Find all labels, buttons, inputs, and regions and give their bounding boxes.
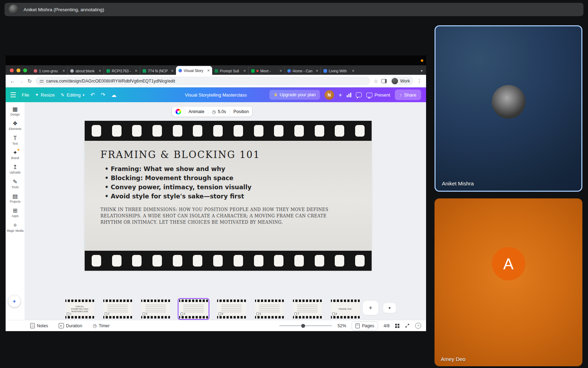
cloud-saved-icon[interactable] [111,92,117,98]
help-icon[interactable] [415,323,421,329]
browser-toolbar: canva.com/design/DAGrcOE008I/iRYWRdbfVg6… [6,75,426,87]
position-button[interactable]: Position [233,109,249,114]
upgrade-plan-button[interactable]: Upgrade your plan [269,90,320,100]
chrome-window: 1 core-grou×about:blank×RCPI1763 -×774 N… [6,65,426,331]
page-thumbnail-8[interactable]: THANK YOU8 [331,300,360,318]
share-button[interactable]: Share [395,90,421,100]
zoom-slider-knob[interactable] [301,324,305,328]
browser-profile-chip[interactable]: Work [390,77,413,85]
slide-bullet[interactable]: Blocking: Movement through space [105,173,372,183]
file-menu[interactable]: File [22,92,29,98]
sidebar-item-uploads[interactable]: ↥Uploads [6,164,25,174]
address-bar[interactable]: canva.com/design/DAGrcOE008I/iRYWRdbfVg6… [35,77,370,85]
tab-close-icon[interactable]: × [280,69,282,73]
browser-tab[interactable]: Living With× [321,67,357,75]
side-panel-icon[interactable] [381,79,387,83]
sidebar-item-text[interactable]: TText [6,136,25,145]
slide-bullet[interactable]: Avoid style for style's sake—story first [105,192,372,201]
participant-tile-aniket[interactable]: Aniket Mishra [435,25,582,192]
film-sprocket-hole [335,255,344,267]
reload-icon[interactable] [27,78,32,84]
site-settings-icon[interactable] [40,79,44,83]
notes-button[interactable]: Notes [30,323,48,328]
browser-tab[interactable]: about:blank× [67,67,104,75]
sidebar-item-apps[interactable]: ⊞Apps [6,208,25,218]
insights-chart-icon[interactable] [347,93,351,97]
browser-tab[interactable]: Prompt Sull× [212,67,248,75]
tab-close-icon[interactable]: × [135,69,137,73]
tab-close-icon[interactable]: × [63,69,65,73]
sidebar-item-projects[interactable]: ▤Projects [6,193,25,203]
sidebar-item-elements[interactable]: ❖Elements [6,121,25,131]
zoom-slider[interactable] [279,325,332,326]
page-thumbnail-4[interactable]: 4 [179,300,208,318]
page-thumbnail-7[interactable]: 7 [293,300,322,318]
add-page-button[interactable] [363,301,378,315]
tab-close-icon[interactable]: × [243,69,246,73]
tab-close-icon[interactable]: × [316,69,318,73]
tab-close-icon[interactable]: × [99,69,101,73]
present-button[interactable]: Present [366,92,390,98]
slide-caption[interactable]: THINK IN THREE DIMENSIONS: HOW YOU POSIT… [100,206,343,225]
hamburger-menu-icon[interactable] [11,92,16,97]
add-member-icon[interactable] [339,92,342,98]
back-icon[interactable] [10,78,15,84]
resize-button[interactable]: Resize [35,92,55,98]
forward-icon[interactable] [19,78,24,84]
browser-tab[interactable]: RCPI1763 -× [104,67,140,75]
tab-search-chevron-icon[interactable] [421,69,423,75]
account-avatar[interactable]: N [325,90,334,100]
sidebar-item-tools[interactable]: ✎Tools [6,179,25,189]
slide-title[interactable]: FRAMING & BLOCKING 101 [100,149,372,160]
page-thumbnail-2[interactable]: 2 [103,300,132,318]
browser-tab[interactable]: Meet - × [248,67,285,75]
minimize-window-button[interactable] [17,68,20,72]
slide-bullet[interactable]: Convey power, intimacy, tension visually [105,183,372,192]
browser-tab[interactable]: 1 core-grou× [31,67,67,75]
thumb-page-badge: 8 [332,312,337,315]
pages-view-button[interactable]: Pages [352,321,378,330]
sidebar-item-label: Elements [9,127,21,131]
participant-tile-amey[interactable]: A Amey Deo [435,198,582,366]
comments-icon[interactable] [356,92,362,97]
collapse-thumbnails-button[interactable] [383,303,396,313]
canva-assistant-button[interactable]: ✦ [8,295,20,307]
tab-close-icon[interactable]: × [207,68,210,73]
browser-tab[interactable]: Visual Story× [176,66,212,75]
tab-close-icon[interactable]: × [171,69,174,73]
color-wheel-icon[interactable] [176,109,181,114]
duration-button[interactable]: 5.0s [212,109,226,114]
tab-close-icon[interactable]: × [352,69,354,73]
page-number: 2 [108,312,109,315]
sidebar-item-label: Projects [10,200,21,203]
slide-bullet[interactable]: Framing: What we show and why [105,164,372,173]
fullscreen-icon[interactable] [405,323,410,328]
editing-mode-dropdown[interactable]: Editing [61,92,85,98]
sidebar-item-brand[interactable]: ✦Brand [6,150,25,160]
grid-view-icon[interactable] [395,324,399,328]
browser-tab[interactable]: 774 N (NCP× [140,67,176,75]
duration-toggle[interactable]: Duration [59,323,82,328]
close-window-button[interactable] [10,68,14,72]
tab-favicon-canva [178,69,182,72]
page-thumbnail-5[interactable]: 5 [217,300,246,318]
film-sprocket-hole [234,125,243,137]
sidebar-item-magic-media[interactable]: ✧Magic Media [6,223,25,232]
slide-canvas[interactable]: FRAMING & BLOCKING 101 Framing: What we … [85,121,372,271]
undo-icon[interactable] [90,92,95,98]
page-thumbnail-3[interactable]: 3 [141,300,170,318]
page-thumbnail-6[interactable]: 6 [255,300,284,318]
timer-button[interactable]: Timer [93,323,110,328]
maximize-window-button[interactable] [23,68,27,72]
slide-bullet-list[interactable]: Framing: What we show and whyBlocking: M… [100,164,372,201]
design-title[interactable]: Visual Storytelling Masterclass [185,92,247,98]
browser-tab[interactable]: Home - Can× [285,67,321,75]
browser-menu-icon[interactable] [417,78,422,84]
zoom-level[interactable]: 52% [338,323,346,328]
animate-button[interactable]: Animate [189,109,204,114]
bookmark-star-icon[interactable] [374,78,378,84]
sidebar-item-design[interactable]: ▦Design [6,106,25,116]
page-thumbnail-1[interactable]: VISUAL STORYTELLING MASTERCLASS1 [65,300,94,318]
redo-icon[interactable] [101,92,105,98]
film-sprocket-hole [234,255,243,267]
